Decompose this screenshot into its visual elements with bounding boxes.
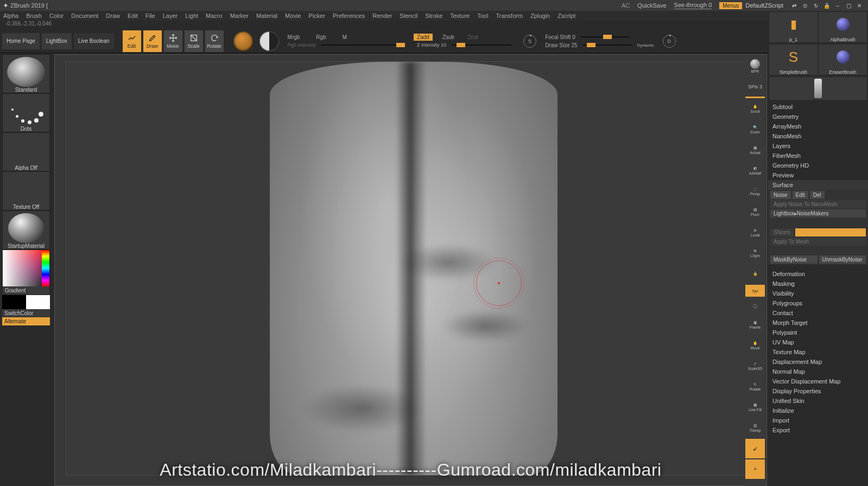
linefill-button[interactable]: ▦Line Fill bbox=[745, 398, 765, 417]
refresh-icon[interactable]: ↻ bbox=[812, 2, 820, 9]
menus-button[interactable]: Menus bbox=[719, 2, 742, 9]
mrgb-button[interactable]: Mrgb bbox=[284, 34, 303, 41]
material-toggle[interactable] bbox=[259, 31, 279, 51]
menu-document[interactable]: Document bbox=[71, 12, 98, 19]
menu-texture[interactable]: Texture bbox=[450, 12, 470, 19]
switch-color-button[interactable]: SwitchColor bbox=[2, 309, 50, 317]
panel-import[interactable]: Import bbox=[768, 415, 868, 425]
brush-selector[interactable]: Standard bbox=[2, 54, 50, 93]
noise-button[interactable]: Noise bbox=[770, 191, 791, 199]
seethrough-toggle[interactable]: See-through 0 bbox=[674, 2, 712, 9]
zadd-button[interactable]: Zadd bbox=[414, 34, 433, 41]
default-zscript[interactable]: DefaultZScript bbox=[745, 2, 783, 9]
scale-mode-button[interactable]: Scale bbox=[185, 30, 203, 52]
panel-layers[interactable]: Layers bbox=[768, 141, 868, 151]
unmask-by-noise[interactable]: UnmaskByNoise bbox=[819, 255, 866, 264]
apply-noise-nanomesh[interactable]: Apply Noise To NanoMesh bbox=[770, 200, 866, 208]
panel-vectordisp[interactable]: Vector Displacement Map bbox=[768, 376, 868, 386]
menu-preferences[interactable]: Preferences bbox=[333, 12, 365, 19]
lightbox-noisemakers[interactable]: Lightbox▸NoiseMakers bbox=[770, 209, 866, 218]
panel-arraymesh[interactable]: ArrayMesh bbox=[768, 122, 868, 131]
quicksave-button[interactable]: QuickSave bbox=[637, 2, 666, 9]
spix-button[interactable]: SPix 3 bbox=[745, 77, 765, 98]
menu-draw[interactable]: Draw bbox=[106, 12, 120, 19]
panel-deformation[interactable]: Deformation bbox=[768, 269, 868, 279]
panel-visibility[interactable]: Visibility bbox=[768, 289, 868, 298]
xyz-button[interactable]: Xyz bbox=[745, 285, 765, 297]
brush-simple[interactable]: SSimpleBrush bbox=[769, 44, 818, 75]
live-boolean-button[interactable]: Live Boolean bbox=[74, 33, 114, 49]
symmetry-ring-d[interactable]: D bbox=[663, 35, 676, 48]
alternate-button[interactable]: Alternate bbox=[2, 317, 50, 325]
menu-brush[interactable]: Brush bbox=[26, 12, 42, 19]
panel-nanomesh[interactable]: NanoMesh bbox=[768, 131, 868, 141]
polyframe-button[interactable]: ⊞ bbox=[745, 480, 765, 486]
panel-fibermesh[interactable]: FiberMesh bbox=[768, 151, 868, 161]
menu-alpha[interactable]: Alpha bbox=[3, 12, 18, 19]
panel-displayprops[interactable]: Display Properties bbox=[768, 386, 868, 396]
scroll-button[interactable]: ✋Scroll bbox=[745, 99, 765, 119]
floor-button[interactable]: ▤Floor bbox=[745, 202, 765, 222]
menu-zscript[interactable]: Zscript bbox=[557, 12, 575, 19]
dynamic-toggle[interactable]: Dynamic bbox=[634, 42, 657, 48]
menu-transform[interactable]: Transform bbox=[496, 12, 523, 19]
menu-color[interactable]: Color bbox=[49, 12, 64, 19]
brush-alpha[interactable]: AlphaBrush bbox=[819, 12, 867, 42]
m-button[interactable]: M bbox=[339, 34, 350, 41]
menu-layer[interactable]: Layer bbox=[163, 12, 178, 19]
panel-masking[interactable]: Masking bbox=[768, 279, 868, 289]
menu-movie[interactable]: Movie bbox=[285, 12, 301, 19]
ghost-button[interactable]: 🖌 bbox=[745, 439, 765, 458]
move-mode-button[interactable]: Move bbox=[164, 30, 182, 52]
panel-polygroups[interactable]: Polygroups bbox=[768, 298, 868, 308]
panel-initialize[interactable]: Initialize bbox=[768, 406, 868, 415]
move-view-button[interactable]: ✋Move bbox=[745, 336, 765, 355]
menu-render[interactable]: Render bbox=[372, 12, 392, 19]
edit-mode-button[interactable]: Edit bbox=[123, 30, 141, 52]
mask-by-noise[interactable]: MaskByNoise bbox=[770, 255, 818, 264]
material-selector[interactable]: StartupMaterial bbox=[2, 210, 50, 250]
rgb-button[interactable]: Rgb bbox=[313, 34, 329, 41]
swatch-white[interactable] bbox=[26, 295, 50, 309]
panel-geometryhd[interactable]: Geometry HD bbox=[768, 161, 868, 170]
current-tool-preview[interactable] bbox=[769, 77, 867, 100]
panel-surface[interactable]: Surface bbox=[768, 180, 868, 190]
rgb-intensity-slider[interactable] bbox=[321, 44, 403, 46]
panel-subtool[interactable]: Subtool bbox=[768, 102, 868, 112]
z-intensity-slider[interactable] bbox=[452, 44, 511, 46]
focal-shift-slider[interactable] bbox=[581, 36, 630, 37]
alpha-selector[interactable]: Alpha Off bbox=[2, 132, 50, 171]
rotate-view-button[interactable]: ↻Rotate bbox=[745, 377, 765, 397]
del-noise-button[interactable]: Del bbox=[810, 191, 825, 199]
menu-picker[interactable]: Picker bbox=[308, 12, 325, 19]
maximize-icon[interactable]: ▢ bbox=[845, 2, 852, 9]
menu-edit[interactable]: Edit bbox=[128, 12, 138, 19]
texture-selector[interactable]: Texture Off bbox=[2, 171, 50, 210]
lightbox-button[interactable]: LightBox bbox=[42, 33, 72, 49]
minimize-icon[interactable]: – bbox=[834, 2, 841, 9]
zsub-button[interactable]: Zsub bbox=[439, 34, 458, 41]
solo-button[interactable]: ☀ bbox=[745, 459, 765, 479]
lock-icon[interactable]: 🔒 bbox=[823, 2, 831, 9]
panel-contact[interactable]: Contact bbox=[768, 308, 868, 318]
panel-morphtarget[interactable]: Morph Target bbox=[768, 318, 868, 328]
panel-unifiedskin[interactable]: Unified Skin bbox=[768, 396, 868, 406]
gizmo-toggle[interactable] bbox=[233, 31, 253, 51]
home-page-button[interactable]: Home Page bbox=[2, 33, 40, 49]
panel-polypaint[interactable]: Polypaint bbox=[768, 328, 868, 337]
menu-file[interactable]: File bbox=[145, 12, 155, 19]
stroke-selector[interactable]: Dots bbox=[2, 93, 50, 132]
menu-stroke[interactable]: Stroke bbox=[425, 12, 442, 19]
draw-size-slider[interactable] bbox=[583, 44, 632, 46]
panel-texturemap[interactable]: Texture Map bbox=[768, 347, 868, 357]
draw-mode-button[interactable]: Draw bbox=[143, 30, 162, 52]
transp-button[interactable]: ▥Transp bbox=[745, 418, 765, 438]
swatch-black[interactable] bbox=[2, 295, 26, 309]
menu-stencil[interactable]: Stencil bbox=[400, 12, 417, 19]
scale-view-button[interactable]: ⤢Scale3D bbox=[745, 356, 765, 376]
menu-marker[interactable]: Marker bbox=[230, 12, 249, 19]
frame-button[interactable]: ▣Frame bbox=[745, 315, 765, 335]
centre-button[interactable]: ◯ bbox=[745, 298, 765, 314]
actual-button[interactable]: ▦Actual bbox=[745, 140, 765, 160]
bpr-button[interactable]: BPR bbox=[745, 56, 765, 76]
